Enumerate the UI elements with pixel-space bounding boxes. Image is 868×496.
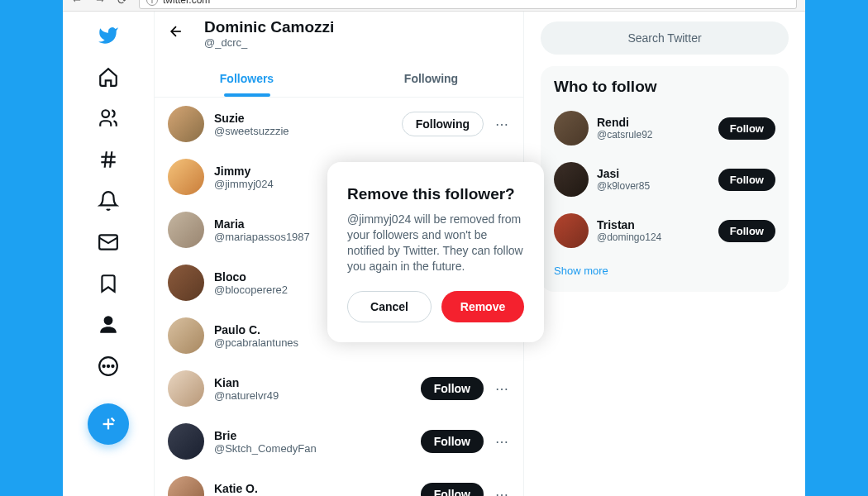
browser-back-icon[interactable]: ←	[71, 0, 83, 7]
list-item[interactable]: Kian @naturelvr49 Follow ⋯	[155, 362, 523, 415]
user-handle: @k9lover85	[597, 180, 710, 192]
user-name: Suzie	[214, 112, 392, 125]
site-info-icon[interactable]: i	[146, 0, 158, 6]
avatar[interactable]	[168, 159, 204, 195]
home-icon[interactable]	[98, 66, 119, 88]
avatar[interactable]	[168, 317, 204, 354]
more-options-icon[interactable]: ⋯	[494, 487, 510, 497]
profile-header: Dominic Camozzi @_dcrc_	[204, 18, 334, 49]
avatar[interactable]	[168, 106, 204, 142]
dialog-title: Remove this follower?	[347, 185, 524, 203]
user-info: Tristan @domingo124	[597, 218, 710, 243]
more-options-icon[interactable]: ⋯	[494, 381, 510, 397]
browser-reload-icon[interactable]: ⟳	[117, 0, 127, 7]
user-name: Tristan	[597, 218, 710, 231]
svg-point-0	[102, 110, 109, 117]
more-options-icon[interactable]: ⋯	[494, 117, 510, 132]
svg-point-9	[112, 365, 113, 367]
bookmarks-icon[interactable]	[98, 273, 119, 294]
user-name: Jasi	[597, 167, 710, 180]
communities-icon[interactable]	[98, 107, 119, 129]
follow-button[interactable]: Follow	[421, 483, 484, 496]
nav-sidebar	[63, 12, 154, 496]
compose-tweet-button[interactable]	[88, 403, 129, 445]
avatar[interactable]	[168, 476, 204, 496]
follow-button[interactable]: Follow	[718, 220, 775, 242]
twitter-logo-icon[interactable]	[98, 25, 119, 46]
svg-point-7	[103, 365, 105, 367]
user-name: Rendi	[597, 116, 710, 129]
right-column: Search Twitter Who to follow Rendi @cats…	[524, 12, 805, 496]
more-options-icon[interactable]: ⋯	[494, 434, 510, 450]
follow-button[interactable]: Follow	[421, 430, 484, 453]
user-handle: @domingo124	[597, 231, 710, 243]
suggestion-item[interactable]: Rendi @catsrule92 Follow	[541, 103, 789, 154]
user-handle: @naturelvr49	[214, 389, 411, 402]
back-button[interactable]	[168, 18, 184, 43]
user-name: Kian	[214, 376, 411, 389]
avatar[interactable]	[554, 213, 589, 248]
svg-line-3	[105, 151, 107, 168]
user-info: Brie @Sktch_ComedyFan	[214, 429, 411, 455]
url-text: twitter.com	[163, 0, 210, 6]
follow-tabs: Followers Following	[155, 60, 523, 98]
user-info: Jasi @k9lover85	[597, 167, 710, 192]
search-placeholder: Search Twitter	[627, 31, 701, 45]
list-item[interactable]: Katie O. @kay_tee-oh Follow ⋯	[155, 468, 523, 496]
who-to-follow-panel: Who to follow Rendi @catsrule92 Follow J…	[541, 66, 789, 292]
user-name: Brie	[214, 429, 411, 442]
avatar[interactable]	[554, 111, 589, 145]
svg-line-4	[110, 151, 112, 168]
browser-toolbar: ← → ⟳ i twitter.com	[63, 0, 805, 12]
explore-icon[interactable]	[98, 149, 119, 170]
follow-button[interactable]: Follow	[718, 169, 775, 191]
tab-followers[interactable]: Followers	[155, 60, 339, 97]
profile-icon[interactable]	[98, 314, 119, 336]
follow-button[interactable]: Follow	[718, 117, 775, 140]
user-info: Rendi @catsrule92	[597, 116, 710, 141]
show-more-link[interactable]: Show more	[541, 256, 789, 285]
user-handle: @Sktch_ComedyFan	[214, 442, 411, 455]
page-header: Dominic Camozzi @_dcrc_	[155, 12, 523, 49]
tab-following[interactable]: Following	[339, 60, 523, 97]
avatar[interactable]	[554, 162, 589, 197]
search-input[interactable]: Search Twitter	[541, 21, 789, 55]
profile-handle: @_dcrc_	[204, 36, 334, 49]
user-info: Suzie @sweetsuzzzie	[214, 112, 392, 137]
dialog-actions: Cancel Remove	[347, 291, 524, 322]
list-item[interactable]: Suzie @sweetsuzzzie Following ⋯	[155, 98, 523, 150]
dialog-body: @jimmyj024 will be removed from your fol…	[347, 212, 524, 274]
list-item[interactable]: Brie @Sktch_ComedyFan Follow ⋯	[155, 415, 523, 468]
user-handle: @sweetsuzzzie	[214, 125, 392, 137]
svg-line-12	[112, 418, 115, 422]
url-bar[interactable]: i twitter.com	[139, 0, 797, 9]
user-name: Katie O.	[214, 482, 411, 495]
following-button[interactable]: Following	[402, 112, 484, 136]
avatar[interactable]	[168, 212, 204, 248]
remove-follower-dialog: Remove this follower? @jimmyj024 will be…	[327, 162, 544, 342]
who-to-follow-title: Who to follow	[541, 78, 789, 103]
suggestion-item[interactable]: Jasi @k9lover85 Follow	[541, 154, 789, 205]
suggestion-item[interactable]: Tristan @domingo124 Follow	[541, 205, 789, 256]
more-icon[interactable]	[98, 355, 119, 377]
browser-forward-icon[interactable]: →	[94, 0, 106, 7]
user-handle: @catsrule92	[597, 129, 710, 141]
follow-button[interactable]: Follow	[421, 377, 484, 400]
avatar[interactable]	[168, 370, 204, 407]
messages-icon[interactable]	[98, 231, 119, 253]
avatar[interactable]	[168, 423, 204, 460]
notifications-icon[interactable]	[98, 190, 119, 212]
avatar[interactable]	[168, 265, 204, 301]
user-info: Kian @naturelvr49	[214, 376, 411, 402]
profile-name: Dominic Camozzi	[204, 18, 334, 36]
cancel-button[interactable]: Cancel	[347, 291, 432, 322]
svg-point-8	[107, 365, 109, 367]
user-info: Katie O. @kay_tee-oh	[214, 482, 411, 497]
remove-button[interactable]: Remove	[441, 291, 524, 322]
